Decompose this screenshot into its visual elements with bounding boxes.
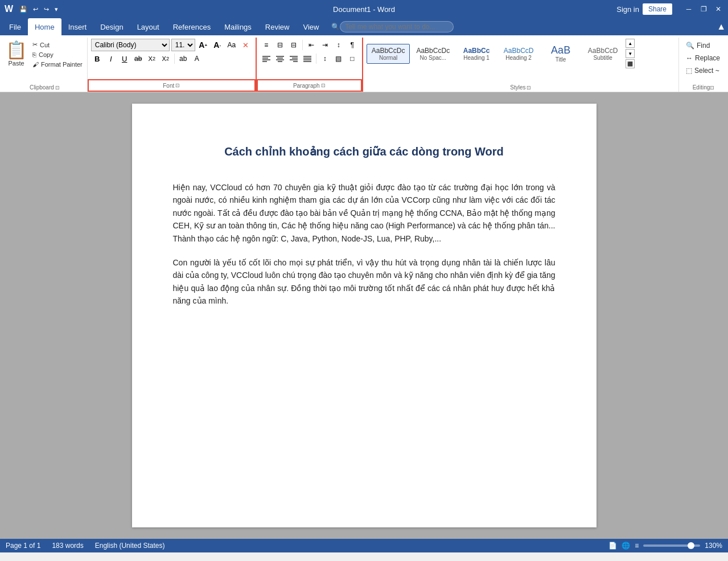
status-right: 📄 🌐 ≡ 130%	[608, 542, 722, 550]
font-format-row: B I U ab X2 X2 ab A	[91, 52, 252, 65]
document-container: Cách chỉnh khoảng cách giữa các dòng tro…	[0, 92, 728, 539]
close-button[interactable]: ✕	[713, 4, 723, 14]
tab-mailings[interactable]: Mailings	[217, 18, 258, 35]
view-web-button[interactable]: 🌐	[622, 542, 630, 550]
paragraph-label-box: Paragraph ⊡	[257, 79, 362, 92]
multilevel-button[interactable]: ⊟	[287, 39, 300, 51]
cut-button[interactable]: ✂ Cut	[30, 40, 85, 50]
shading-button[interactable]: ▧	[332, 52, 345, 65]
document-paragraph-2: Con người là yếu tố cốt lõi cho mọi sự p…	[173, 256, 556, 308]
styles-scroll-down[interactable]: ▼	[626, 49, 635, 58]
styles-scroll-up[interactable]: ▲	[626, 39, 635, 48]
save-button[interactable]: 💾	[18, 5, 29, 14]
styles-gallery: AaBbCcDc Normal AaBbCcDc No Spac... AaBb…	[367, 39, 675, 68]
tab-review[interactable]: Review	[258, 18, 297, 35]
style-heading1[interactable]: AaBbCc Heading 1	[456, 44, 497, 64]
format-painter-icon: 🖌	[32, 61, 39, 68]
numbering-button[interactable]: ⊟	[274, 39, 286, 51]
styles-group-label: Styles	[510, 84, 525, 91]
quick-access-toolbar: W 💾 ↩ ↪ ▾	[5, 4, 60, 14]
select-button[interactable]: ⬚ Select ~	[682, 65, 723, 76]
decrease-font-button[interactable]: A-	[211, 39, 224, 51]
styles-more-button[interactable]: ⬛	[626, 59, 635, 68]
style-normal-label: Normal	[379, 55, 397, 61]
status-bar: Page 1 of 1 183 words English (United St…	[0, 539, 728, 552]
text-highlight-button[interactable]: ab	[177, 52, 190, 65]
show-marks-button[interactable]: ¶	[346, 39, 359, 51]
underline-button[interactable]: U	[118, 52, 131, 65]
share-button[interactable]: Share	[643, 3, 672, 15]
styles-label-row: Styles ⊡	[363, 84, 678, 91]
style-normal[interactable]: AaBbCcDc Normal	[367, 44, 410, 64]
font-size-selector[interactable]: 11.5	[171, 39, 195, 51]
undo-button[interactable]: ↩	[31, 5, 40, 14]
collapse-ribbon-button[interactable]: ▲	[717, 22, 726, 32]
style-normal-preview: AaBbCcDc	[372, 47, 405, 55]
tab-layout[interactable]: Layout	[130, 18, 166, 35]
change-case-button[interactable]: Aa	[225, 39, 238, 51]
style-heading1-label: Heading 1	[463, 55, 490, 61]
align-left-button[interactable]	[260, 52, 273, 65]
copy-button[interactable]: ⎘ Copy	[30, 50, 85, 59]
styles-expander[interactable]: ⊡	[527, 85, 531, 91]
editing-expander[interactable]: ⊡	[710, 85, 714, 91]
font-expander[interactable]: ⊡	[175, 83, 180, 88]
sign-in-button[interactable]: Sign in	[616, 5, 639, 14]
tab-design[interactable]: Design	[93, 18, 130, 35]
increase-indent-button[interactable]: ⇥	[319, 39, 331, 51]
sort-button[interactable]: ↕	[332, 39, 345, 51]
align-center-button[interactable]	[274, 52, 286, 65]
style-title[interactable]: AaB Title	[540, 42, 581, 65]
minimize-button[interactable]: ─	[684, 4, 694, 14]
page-status: Page 1 of 1	[6, 542, 40, 550]
tab-insert[interactable]: Insert	[61, 18, 94, 35]
zoom-slider[interactable]	[643, 544, 700, 547]
decrease-indent-button[interactable]: ⇤	[305, 39, 318, 51]
style-no-spacing[interactable]: AaBbCcDc No Spac...	[411, 44, 455, 64]
style-title-preview: AaB	[551, 44, 570, 56]
line-spacing-button[interactable]: ↕	[319, 52, 331, 65]
view-print-button[interactable]: 📄	[608, 542, 617, 550]
replace-icon: ↔	[686, 54, 693, 62]
replace-button[interactable]: ↔ Replace	[682, 52, 723, 64]
tab-view[interactable]: View	[296, 18, 326, 35]
align-right-button[interactable]	[287, 52, 300, 65]
increase-font-button[interactable]: A+	[197, 39, 209, 51]
document-title: Document1 - Word	[333, 4, 395, 14]
superscript-button[interactable]: X2	[159, 52, 172, 65]
paste-button[interactable]: 📋 Paste	[2, 38, 30, 69]
borders-button[interactable]: □	[346, 52, 359, 65]
clear-format-button[interactable]: ✕	[240, 39, 252, 51]
font-color-button[interactable]: A	[191, 52, 203, 65]
tab-file[interactable]: File	[2, 18, 28, 35]
tell-me-input[interactable]	[340, 21, 454, 32]
view-outline-button[interactable]: ≡	[635, 542, 639, 550]
customize-qat-button[interactable]: ▾	[53, 5, 60, 14]
tab-home[interactable]: Home	[28, 18, 61, 35]
document-paragraph-1: Hiện nay, VCCloud có hơn 70 chuyên gia k…	[173, 181, 556, 245]
style-heading2[interactable]: AaBbCcD Heading 2	[498, 44, 539, 64]
editing-label-row: Editing ⊡	[679, 84, 728, 91]
paragraph-expander[interactable]: ⊡	[321, 83, 326, 88]
word-icon: W	[5, 4, 13, 14]
strikethrough-button[interactable]: ab	[132, 52, 145, 65]
bold-button[interactable]: B	[91, 52, 104, 65]
redo-button[interactable]: ↪	[42, 5, 51, 14]
restore-button[interactable]: ❐	[698, 4, 709, 14]
bullets-button[interactable]: ≡	[260, 39, 273, 51]
zoom-thumb[interactable]	[688, 542, 694, 549]
style-heading2-preview: AaBbCcD	[504, 47, 534, 55]
style-subtitle[interactable]: AaBbCcD Subtitle	[582, 44, 623, 64]
tab-references[interactable]: References	[166, 18, 217, 35]
italic-button[interactable]: I	[105, 52, 117, 65]
subscript-button[interactable]: X2	[146, 52, 158, 65]
ribbon-container: File Home Insert Design Layout Reference…	[0, 18, 728, 92]
justify-button[interactable]	[301, 52, 314, 65]
para-divider1	[302, 40, 303, 50]
para-divider2	[316, 54, 316, 64]
font-name-selector[interactable]: Calibri (Body)	[91, 39, 170, 51]
format-painter-button[interactable]: 🖌 Format Painter	[30, 60, 85, 69]
font-group-label: Font	[163, 83, 174, 89]
clipboard-expander[interactable]: ⊡	[55, 85, 60, 91]
find-button[interactable]: 🔍 Find	[682, 40, 723, 51]
